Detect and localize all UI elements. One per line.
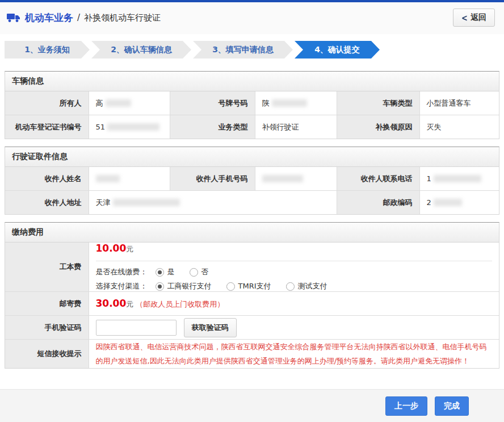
recipient-name-value (89, 167, 170, 191)
radio-icon[interactable] (156, 282, 164, 291)
pickup-info-section: 行驶证取件信息 收件人姓名 收件人手机号码 收件人联系电话 1 收件人地址 天津… (5, 147, 499, 215)
redacted-blur (434, 175, 481, 182)
mail-fee-unit: 元 (126, 300, 133, 308)
table-row: 收件人地址 天津 邮政编码 2 (5, 191, 499, 215)
breadcrumb-separator: / (77, 12, 80, 23)
sms-code-label: 手机验证码 (5, 316, 89, 340)
radio-icon[interactable] (286, 282, 295, 291)
owner-label: 所有人 (5, 91, 89, 115)
recipient-mobile-label: 收件人手机号码 (170, 167, 255, 191)
radio-option-no[interactable]: 否 (190, 267, 209, 277)
recipient-phone-label: 收件人联系电话 (337, 167, 419, 191)
vehicle-info-title: 车辆信息 (5, 72, 499, 91)
step-3-fill-application[interactable]: 3、填写申请信息 (193, 41, 293, 59)
radio-label: 工商银行支付 (167, 281, 212, 291)
radio-icon[interactable] (190, 268, 198, 277)
redacted-blur (96, 175, 120, 182)
get-code-button[interactable]: 获取验证码 (184, 318, 237, 337)
radio-option-icbc[interactable]: 工商银行支付 (156, 281, 212, 291)
redacted-blur (272, 99, 307, 107)
plate-value: 陕 (255, 91, 337, 115)
owner-value: 高 (89, 91, 170, 115)
step-2-confirm-vehicle[interactable]: 2、确认车辆信息 (91, 41, 191, 59)
sms-notice-row: 短信接收提示 因陕西省联通、电信运营商技术问题，陕西省互联网交通安全综合服务管理… (5, 340, 499, 369)
redacted-blur (113, 199, 180, 206)
production-fee-amount: 10.00 (96, 243, 127, 254)
plate-value-text: 陕 (262, 99, 270, 107)
sms-notice-content: 因陕西省联通、电信运营商技术问题，陕西省互联网交通安全综合服务管理平台无法向持陕… (89, 340, 499, 369)
radio-icon[interactable] (156, 268, 164, 277)
production-fee-unit: 元 (126, 245, 133, 253)
table-row: 所有人 高 号牌号码 陕 车辆类型 小型普通客车 (5, 91, 499, 115)
step-1-business-notes[interactable]: 1、业务须知 (5, 41, 90, 59)
online-pay-question-row: 是否在线缴费： 是 否 (96, 267, 493, 277)
production-fee-content: 10.00元 是否在线缴费： 是 否 选择支付渠道： (89, 243, 499, 292)
vehicle-type-label: 车辆类型 (337, 91, 419, 115)
step-1-label: 1、业务须知 (24, 45, 70, 54)
step-3-label: 3、填写申请信息 (212, 45, 274, 54)
production-fee-price: 10.00元 (96, 243, 493, 254)
chevron-left-icon: < (461, 12, 468, 23)
recipient-mobile-value (255, 167, 337, 191)
sms-notice-text: 因陕西省联通、电信运营商技术问题，陕西省互联网交通安全综合服务管理平台无法向持陕… (96, 340, 493, 368)
online-pay-question: 是否在线缴费： (96, 267, 148, 277)
redacted-blur (262, 175, 303, 182)
back-button-label: 返回 (471, 12, 486, 23)
recipient-address-value: 天津 (89, 191, 337, 215)
redacted-blur (107, 123, 159, 131)
recipient-address-value-text: 天津 (96, 198, 111, 207)
table-row: 收件人姓名 收件人手机号码 收件人联系电话 1 (5, 167, 499, 191)
reg-cert-label: 机动车登记证书编号 (5, 115, 89, 139)
pay-channel-question-row: 选择支付渠道： 工商银行支付 TMRI支付 测试支付 (96, 281, 493, 291)
production-fee-row: 工本费 10.00元 是否在线缴费： 是 否 (5, 243, 499, 292)
page-title[interactable]: 机动车业务 (25, 11, 73, 24)
radio-icon[interactable] (226, 282, 235, 291)
fees-table: 工本费 10.00元 是否在线缴费： 是 否 (5, 243, 499, 368)
radio-option-tmri[interactable]: TMRI支付 (226, 281, 271, 291)
recipient-address-label: 收件人地址 (5, 191, 89, 215)
sms-code-input[interactable] (96, 320, 177, 336)
postal-code-label: 邮政编码 (337, 191, 419, 215)
table-row: 机动车登记证书编号 51 业务类型 补领行驶证 补换领原因 灭失 (5, 115, 499, 139)
step-4-confirm-submit[interactable]: 4、确认提交 (295, 41, 380, 59)
postal-code-value: 2 (419, 191, 499, 215)
back-button[interactable]: < 返回 (453, 9, 495, 27)
pickup-info-table: 收件人姓名 收件人手机号码 收件人联系电话 1 收件人地址 天津 邮政编码 2 (5, 167, 499, 214)
breadcrumb: 机动车业务 / 补换领机动车行驶证 (7, 11, 161, 24)
plate-label: 号牌号码 (170, 91, 255, 115)
mail-fee-label: 邮寄费 (5, 292, 89, 316)
business-type-value: 补领行驶证 (255, 115, 337, 139)
step-4-label: 4、确认提交 (314, 45, 360, 54)
breadcrumb-current: 补换领机动车行驶证 (84, 12, 161, 23)
redacted-blur (106, 99, 131, 107)
previous-step-button[interactable]: 上一步 (385, 396, 427, 416)
sms-code-row: 手机验证码 获取验证码 (5, 316, 499, 340)
radio-option-test[interactable]: 测试支付 (286, 281, 327, 291)
fees-title: 缴纳费用 (5, 223, 499, 243)
reason-value: 灭失 (419, 115, 499, 139)
reg-cert-value-text: 51 (96, 123, 106, 131)
fees-section: 缴纳费用 工本费 10.00元 是否在线缴费： 是 否 (5, 222, 499, 369)
finish-button[interactable]: 完成 (435, 396, 469, 416)
radio-option-yes[interactable]: 是 (156, 267, 175, 277)
sms-notice-label: 短信接收提示 (5, 340, 89, 369)
redacted-blur (434, 199, 462, 206)
page-header: 机动车业务 / 补换领机动车行驶证 < 返回 (0, 2, 504, 34)
mail-fee-amount: 30.00 (96, 298, 127, 309)
mail-fee-row: 邮寄费 30.00元（邮政人员上门收取费用） (5, 292, 499, 316)
vehicle-info-table: 所有人 高 号牌号码 陕 车辆类型 小型普通客车 机动车登记证书编号 51 业务… (5, 91, 499, 139)
business-type-label: 业务类型 (170, 115, 255, 139)
reason-label: 补换领原因 (337, 115, 419, 139)
vehicle-type-value: 小型普通客车 (419, 91, 499, 115)
mail-fee-content: 30.00元（邮政人员上门收取费用） (89, 292, 499, 316)
reg-cert-value: 51 (89, 115, 170, 139)
step-progress: 1、业务须知 2、确认车辆信息 3、填写申请信息 4、确认提交 (5, 41, 499, 59)
recipient-phone-value-text: 1 (427, 174, 431, 183)
step-2-label: 2、确认车辆信息 (111, 45, 172, 54)
sms-code-content: 获取验证码 (89, 316, 499, 340)
radio-label: 测试支付 (298, 281, 327, 291)
pickup-info-title: 行驶证取件信息 (5, 147, 499, 167)
vehicle-info-section: 车辆信息 所有人 高 号牌号码 陕 车辆类型 小型普通客车 机动车登记证书编号 … (5, 71, 499, 139)
recipient-phone-value: 1 (419, 167, 499, 191)
radio-label: 是 (167, 267, 175, 277)
